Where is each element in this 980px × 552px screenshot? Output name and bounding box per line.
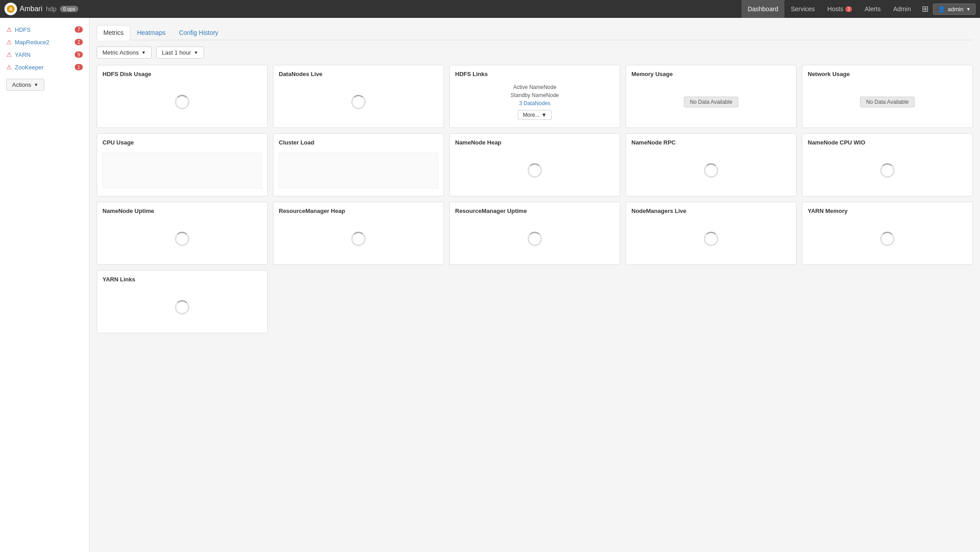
nodemanagers-live-spinner [704, 232, 718, 246]
top-navigation: A Ambari hdp 0 ops Dashboard Services Ho… [0, 0, 980, 18]
resourcemanager-uptime-spinner [528, 232, 542, 246]
actions-button[interactable]: Actions ▼ [6, 79, 44, 91]
metric-title-namenode-uptime: NameNode Uptime [102, 208, 262, 214]
metric-title-cluster-load: Cluster Load [279, 139, 438, 146]
metric-title-yarn-memory: YARN Memory [808, 208, 967, 214]
tab-metrics[interactable]: Metrics [97, 25, 130, 40]
metric-title-datanodes-live: DataNodes Live [279, 71, 438, 77]
metric-title-namenode-heap: NameNode Heap [455, 139, 614, 146]
metric-title-network-usage: Network Usage [808, 71, 967, 77]
grid-icon[interactable]: ⊞ [917, 4, 933, 14]
sidebar-item-mapreduce2[interactable]: ⚠ MapReduce2 2 [0, 36, 89, 48]
hdfs-disk-usage-spinner [175, 95, 189, 109]
hdfs-link[interactable]: HDFS [15, 26, 30, 33]
metric-card-yarn-links: YARN Links [97, 270, 268, 333]
app-name: Ambari [20, 5, 43, 13]
yarn-badge: 9 [75, 51, 83, 58]
metric-actions-caret-icon: ▼ [141, 50, 146, 55]
metric-actions-dropdown[interactable]: Metric Actions ▼ [97, 47, 152, 59]
namenode-uptime-spinner [175, 232, 189, 246]
hdfs-badge: 7 [75, 26, 83, 33]
mapreduce2-alert-icon: ⚠ [6, 38, 12, 46]
nav-alerts[interactable]: Alerts [858, 0, 887, 18]
metric-title-cpu-usage: CPU Usage [102, 139, 262, 146]
resourcemanager-heap-spinner [351, 232, 366, 246]
actions-caret-icon: ▼ [34, 82, 38, 87]
metric-title-resourcemanager-uptime: ResourceManager Uptime [455, 208, 614, 214]
sidebar-item-hdfs[interactable]: ⚠ HDFS 7 [0, 23, 89, 36]
yarn-alert-icon: ⚠ [6, 51, 12, 58]
metric-card-datanodes-live: DataNodes Live [273, 65, 444, 128]
logo-icon: A [4, 3, 17, 15]
metrics-toolbar: Metric Actions ▼ Last 1 hour ▼ [97, 47, 973, 59]
metric-title-resourcemanager-heap: ResourceManager Heap [279, 208, 438, 214]
tab-config-history[interactable]: Config History [172, 25, 225, 40]
cpu-usage-chart [102, 153, 262, 188]
nav-dashboard[interactable]: Dashboard [741, 0, 785, 18]
network-usage-no-data: No Data Available [860, 97, 914, 107]
namenode-rpc-spinner [704, 163, 718, 178]
metric-card-resourcemanager-uptime: ResourceManager Uptime [449, 202, 620, 265]
yarn-links-spinner [175, 300, 189, 314]
metric-title-namenode-cpu-wio: NameNode CPU WIO [808, 139, 967, 146]
time-range-caret-icon: ▼ [194, 50, 198, 55]
metric-card-network-usage: Network Usage No Data Available [802, 65, 973, 128]
svg-text:A: A [9, 7, 12, 12]
metric-title-memory-usage: Memory Usage [631, 71, 791, 77]
zookeeper-badge: 1 [75, 64, 83, 70]
admin-user-icon: 👤 [938, 6, 945, 13]
cluster-load-chart [279, 153, 438, 188]
memory-usage-no-data: No Data Available [684, 97, 738, 107]
hosts-alert-badge: 3 [845, 6, 852, 12]
mapreduce2-link[interactable]: MapReduce2 [15, 39, 49, 46]
hdfs-alert-icon: ⚠ [6, 26, 12, 33]
app-logo: A Ambari hdp 0 ops [4, 3, 87, 15]
sidebar-item-zookeeper[interactable]: ⚠ ZooKeeper 1 [0, 61, 89, 73]
metric-card-namenode-heap: NameNode Heap [449, 133, 620, 196]
metric-card-namenode-uptime: NameNode Uptime [97, 202, 268, 265]
metric-title-yarn-links: YARN Links [102, 276, 262, 283]
metric-card-namenode-cpu-wio: NameNode CPU WIO [802, 133, 973, 196]
metric-card-yarn-memory: YARN Memory [802, 202, 973, 265]
admin-caret-icon: ▼ [966, 7, 971, 12]
sidebar-item-yarn[interactable]: ⚠ YARN 9 [0, 48, 89, 61]
metric-card-cluster-load: Cluster Load [273, 133, 444, 196]
datanodes-live-spinner [351, 95, 366, 109]
sidebar: ⚠ HDFS 7 ⚠ MapReduce2 2 ⚠ YARN 9 ⚠ ZooKe… [0, 18, 89, 552]
hdfs-links-content: Active NameNode Standby NameNode 3 DataN… [511, 84, 559, 120]
metrics-grid: HDFS Disk Usage DataNodes Live HDFS Link… [97, 65, 973, 333]
metric-card-resourcemanager-heap: ResourceManager Heap [273, 202, 444, 265]
metric-card-cpu-usage: CPU Usage [97, 133, 268, 196]
metric-title-nodemanagers-live: NodeManagers Live [631, 208, 791, 214]
metric-card-hdfs-links: HDFS Links Active NameNode Standby NameN… [449, 65, 620, 128]
active-namenode-label: Active NameNode [513, 84, 557, 90]
datanodes-link[interactable]: 3 DataNodes [519, 100, 550, 106]
nav-hosts[interactable]: Hosts 3 [821, 0, 858, 18]
metric-card-memory-usage: Memory Usage No Data Available [626, 65, 797, 128]
zookeeper-link[interactable]: ZooKeeper [15, 64, 43, 71]
more-caret-icon: ▼ [541, 112, 547, 118]
namenode-heap-spinner [528, 163, 542, 178]
nav-services[interactable]: Services [784, 0, 821, 18]
standby-namenode-label: Standby NameNode [511, 92, 559, 98]
tab-heatmaps[interactable]: Heatmaps [130, 25, 172, 40]
metric-card-hdfs-disk-usage: HDFS Disk Usage [97, 65, 268, 128]
main-layout: ⚠ HDFS 7 ⚠ MapReduce2 2 ⚠ YARN 9 ⚠ ZooKe… [0, 18, 980, 552]
metric-title-namenode-rpc: NameNode RPC [631, 139, 791, 146]
time-range-dropdown[interactable]: Last 1 hour ▼ [156, 47, 204, 59]
metric-title-hdfs-disk-usage: HDFS Disk Usage [102, 71, 262, 77]
zookeeper-alert-icon: ⚠ [6, 64, 12, 71]
main-content: Metrics Heatmaps Config History Metric A… [89, 18, 980, 552]
yarn-memory-spinner [880, 232, 895, 246]
mapreduce2-badge: 2 [75, 39, 83, 45]
metric-card-nodemanagers-live: NodeManagers Live [626, 202, 797, 265]
nav-links: Dashboard Services Hosts 3 Alerts Admin … [741, 0, 976, 18]
nav-admin[interactable]: Admin [887, 0, 917, 18]
yarn-link[interactable]: YARN [15, 51, 30, 58]
admin-menu-button[interactable]: 👤 admin ▼ [933, 4, 976, 15]
metric-card-namenode-rpc: NameNode RPC [626, 133, 797, 196]
namenode-cpu-wio-spinner [880, 163, 895, 178]
ops-badge: 0 ops [60, 6, 78, 12]
hdfs-links-more-button[interactable]: More... ▼ [518, 110, 551, 120]
cluster-name: hdp [46, 5, 56, 13]
